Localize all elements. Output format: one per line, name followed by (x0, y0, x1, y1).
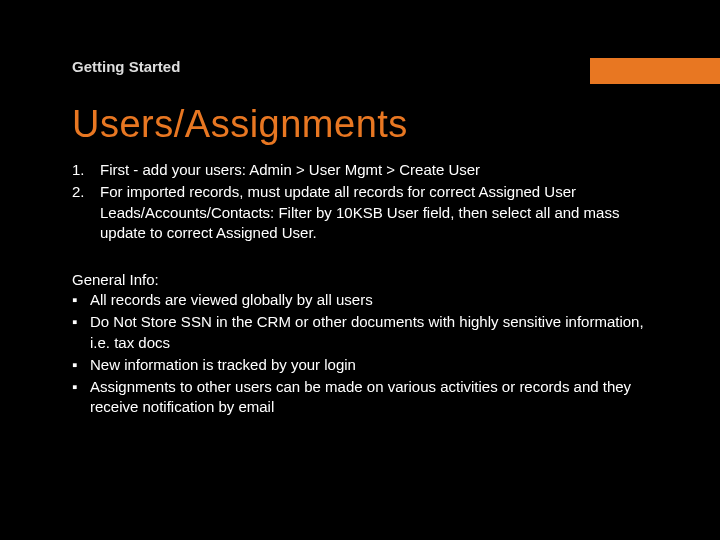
list-item: ▪ Do Not Store SSN in the CRM or other d… (72, 312, 660, 353)
list-text: New information is tracked by your login (90, 355, 660, 375)
slide-content: Getting Started Users/Assignments 1. Fir… (72, 58, 660, 420)
list-item: ▪ Assignments to other users can be made… (72, 377, 660, 418)
list-item: 1. First - add your users: Admin > User … (72, 160, 660, 180)
bullet-icon: ▪ (72, 355, 90, 375)
list-text: All records are viewed globally by all u… (90, 290, 660, 310)
ordered-list: 1. First - add your users: Admin > User … (72, 160, 660, 243)
slide-subtitle: Getting Started (72, 58, 660, 75)
list-number: 2. (72, 182, 100, 243)
list-text: Assignments to other users can be made o… (90, 377, 660, 418)
list-number: 1. (72, 160, 100, 180)
list-text: For imported records, must update all re… (100, 182, 660, 243)
list-text: Do Not Store SSN in the CRM or other doc… (90, 312, 660, 353)
list-item: ▪ All records are viewed globally by all… (72, 290, 660, 310)
bullet-icon: ▪ (72, 290, 90, 310)
list-text: First - add your users: Admin > User Mgm… (100, 160, 660, 180)
bullet-list: ▪ All records are viewed globally by all… (72, 290, 660, 418)
bullet-icon: ▪ (72, 312, 90, 353)
list-item: ▪ New information is tracked by your log… (72, 355, 660, 375)
general-heading: General Info: (72, 271, 660, 288)
slide-title: Users/Assignments (72, 103, 660, 146)
list-item: 2. For imported records, must update all… (72, 182, 660, 243)
bullet-icon: ▪ (72, 377, 90, 418)
